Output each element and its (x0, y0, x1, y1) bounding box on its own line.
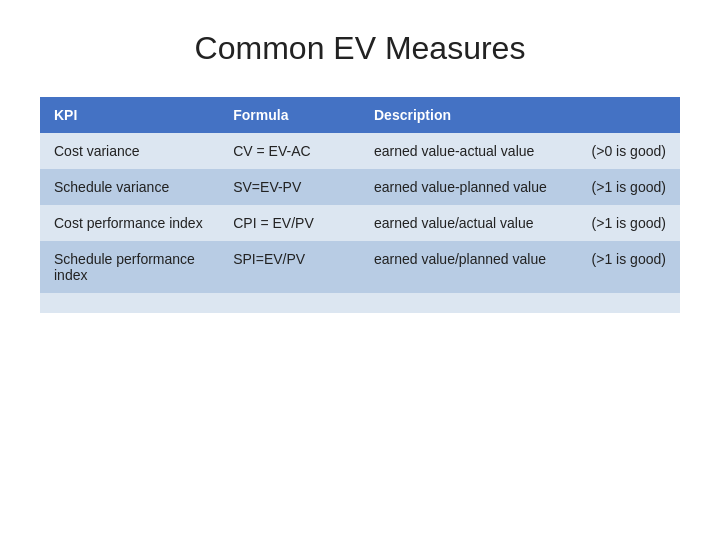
cell-kpi: Schedule variance (40, 169, 219, 205)
cell-description: earned value-actual value (360, 133, 578, 169)
cell-formula: SV=EV-PV (219, 169, 360, 205)
page-title: Common EV Measures (195, 30, 526, 67)
cell-kpi: Cost performance index (40, 205, 219, 241)
table-header-row: KPI Formula Description (40, 97, 680, 133)
cell-formula: CV = EV-AC (219, 133, 360, 169)
table-row: Schedule varianceSV=EV-PVearned value-pl… (40, 169, 680, 205)
cell-kpi: Schedule performance index (40, 241, 219, 293)
cell-kpi: Cost variance (40, 133, 219, 169)
cell-formula: SPI=EV/PV (219, 241, 360, 293)
ev-measures-table: KPI Formula Description Cost varianceCV … (40, 97, 680, 313)
cell-kpi (40, 293, 219, 313)
cell-note: (>1 is good) (578, 169, 680, 205)
cell-description: earned value-planned value (360, 169, 578, 205)
cell-note (578, 293, 680, 313)
table-row: Schedule performance indexSPI=EV/PVearne… (40, 241, 680, 293)
cell-description (360, 293, 578, 313)
cell-note: (>1 is good) (578, 205, 680, 241)
table-row: Cost performance indexCPI = EV/PVearned … (40, 205, 680, 241)
table-row: Cost varianceCV = EV-ACearned value-actu… (40, 133, 680, 169)
cell-note: (>1 is good) (578, 241, 680, 293)
header-kpi: KPI (40, 97, 219, 133)
table-row (40, 293, 680, 313)
cell-description: earned value/planned value (360, 241, 578, 293)
cell-formula (219, 293, 360, 313)
cell-note: (>0 is good) (578, 133, 680, 169)
cell-description: earned value/actual value (360, 205, 578, 241)
header-description: Description (360, 97, 680, 133)
header-formula: Formula (219, 97, 360, 133)
cell-formula: CPI = EV/PV (219, 205, 360, 241)
